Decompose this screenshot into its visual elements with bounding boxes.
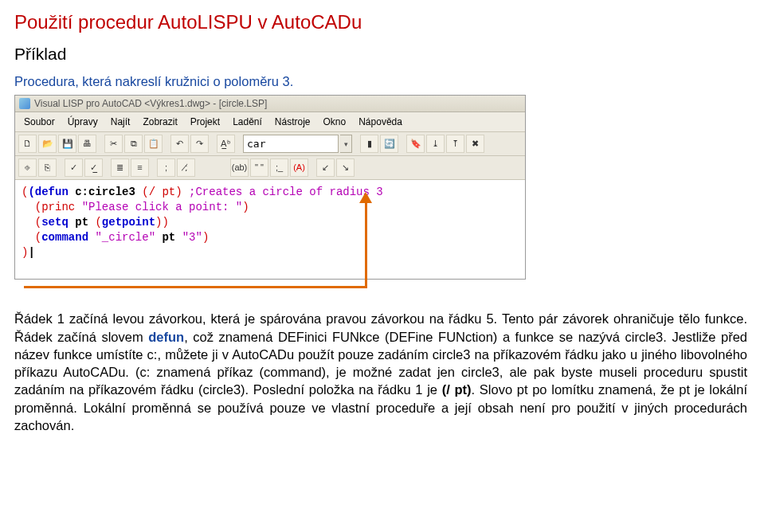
load-active-icon[interactable]: ⎆: [18, 158, 37, 177]
copy-icon[interactable]: ⧉: [124, 135, 143, 153]
menubar: Soubor Úpravy Najít Zobrazit Projekt Lad…: [15, 112, 525, 132]
code-editor[interactable]: ((defun c:circle3 (/ pt) ;Creates a circ…: [15, 180, 525, 279]
check-selection-icon[interactable]: ✓̲: [84, 158, 103, 177]
code-line-2: (princ "Please click a point: "): [22, 200, 519, 215]
uncomment-block-icon[interactable]: ;̸: [177, 158, 195, 177]
undo-icon[interactable]: ↶: [170, 135, 189, 153]
complete-word-icon[interactable]: A̲ᵇ: [217, 135, 235, 153]
page-title: Použití procedur AutoLISPU v AutoCADu: [14, 10, 750, 35]
cut-icon[interactable]: ✂: [104, 135, 123, 153]
paste-icon[interactable]: 📋: [144, 135, 163, 153]
menu-napoveda[interactable]: Nápověda: [353, 114, 408, 130]
menu-ladeni[interactable]: Ladění: [227, 114, 268, 130]
bookmark-next-icon[interactable]: ⤓: [426, 135, 445, 153]
menu-projekt[interactable]: Projekt: [185, 114, 225, 130]
vlisp-window: Visual LISP pro AutoCAD <Výkres1.dwg> - …: [14, 95, 526, 280]
load-selection-icon[interactable]: ⎘: [38, 158, 57, 177]
new-icon[interactable]: 🗋: [18, 135, 37, 153]
inspect-icon[interactable]: (ab): [230, 158, 249, 177]
find-dropdown-icon[interactable]: ▾: [340, 135, 352, 153]
toolbar-main: 🗋 📂 💾 🖶 ✂ ⧉ 📋 ↶ ↷ A̲ᵇ car ▾ ▮ 🔄 🔖 ⤓ ⤒ ✖: [15, 132, 525, 156]
format-selection-icon[interactable]: ≡: [131, 158, 149, 177]
example-heading: Příklad: [14, 43, 750, 65]
check-edit-icon[interactable]: ✓: [65, 158, 83, 177]
bookmark-toggle-icon[interactable]: 🔖: [406, 135, 425, 153]
trace-icon[interactable]: " ": [250, 158, 268, 177]
toolbar-lisp: ⎆ ⎘ ✓ ✓̲ ≣ ≡ ; ;̸ (ab) " " ;_ (A) ↙ ↘: [15, 156, 525, 180]
bookmark-prev-icon[interactable]: ⤒: [446, 135, 464, 153]
activate-acad-icon[interactable]: ↙: [316, 158, 335, 177]
titlebar: Visual LISP pro AutoCAD <Výkres1.dwg> - …: [15, 96, 525, 112]
bookmark-clear-icon[interactable]: ✖: [466, 135, 484, 153]
menu-upravy[interactable]: Úpravy: [62, 114, 104, 130]
menu-zobrazit[interactable]: Zobrazit: [137, 114, 182, 130]
save-icon[interactable]: 💾: [58, 135, 76, 153]
apropos-icon[interactable]: (A): [290, 158, 308, 177]
format-edit-icon[interactable]: ≣: [111, 158, 129, 177]
keyword-defun: defun: [148, 330, 184, 344]
code-line-4: (command "_circle" pt "3"): [22, 230, 519, 245]
find-icon[interactable]: ▮: [360, 135, 378, 153]
code-line-1: ((defun c:circle3 (/ pt) ;Creates a circ…: [22, 185, 519, 200]
window-title: Visual LISP pro AutoCAD <Výkres1.dwg> - …: [34, 97, 267, 110]
find-input[interactable]: car: [243, 135, 339, 153]
lisp-console-icon[interactable]: ↘: [336, 158, 355, 177]
app-icon: [19, 98, 30, 109]
replace-icon[interactable]: 🔄: [380, 135, 398, 153]
menu-okno[interactable]: Okno: [318, 114, 352, 130]
redo-icon[interactable]: ↷: [190, 135, 209, 153]
comment-block-icon[interactable]: ;: [157, 158, 175, 177]
code-line-5: )|: [22, 245, 519, 260]
print-icon[interactable]: 🖶: [78, 135, 96, 153]
menu-soubor[interactable]: Soubor: [18, 114, 61, 130]
explanation-paragraph: Řádek 1 začíná levou závorkou, která je …: [14, 310, 747, 434]
menu-nastroje[interactable]: Nástroje: [269, 114, 316, 130]
symbol-service-icon[interactable]: ;_: [270, 158, 288, 177]
open-icon[interactable]: 📂: [38, 135, 57, 153]
keyword-pt: (/ pt): [442, 382, 472, 397]
menu-najit[interactable]: Najít: [105, 114, 136, 130]
code-line-3: (setq pt (getpoint)): [22, 215, 519, 230]
intro-text: Procedura, která nakreslí kružnici o pol…: [14, 72, 750, 90]
annotation-arrow: [14, 280, 524, 308]
